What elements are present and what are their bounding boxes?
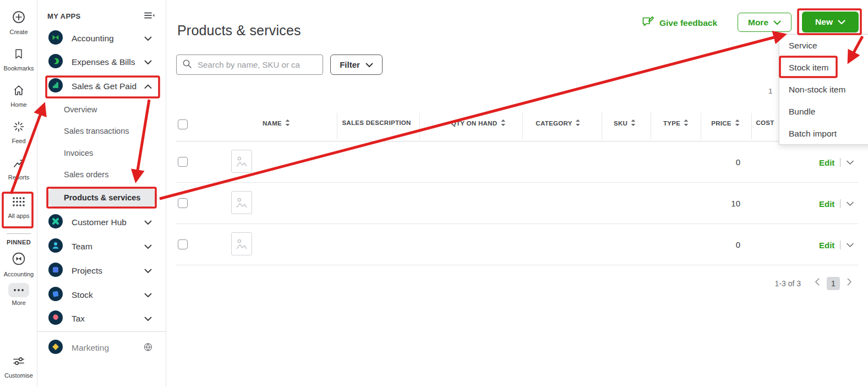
select-all-checkbox[interactable] [178, 119, 188, 129]
sidebar-item-accounting[interactable]: Accounting [37, 29, 166, 48]
pagination-next-icon[interactable] [847, 278, 852, 288]
rail-item-bookmarks[interactable]: Bookmarks [0, 47, 37, 72]
sidebar-item-team[interactable]: Team [37, 237, 166, 257]
rail-item-create[interactable]: Create [0, 10, 37, 35]
more-button[interactable]: More [738, 13, 791, 32]
column-header-category[interactable]: CATEGORY [536, 119, 580, 127]
chevron-down-icon [365, 60, 373, 69]
row-border [176, 265, 859, 265]
stock-app-icon [48, 287, 63, 303]
rail-item-customise[interactable]: Customise [0, 355, 37, 379]
sidebar-subitem-invoices[interactable]: Invoices [37, 144, 166, 162]
column-header-cost[interactable]: COST [756, 119, 774, 126]
rail-label-feed: Feed [12, 138, 25, 144]
column-header-sales-description[interactable]: SALES DESCRIPTION [342, 119, 411, 126]
row-checkbox[interactable] [178, 239, 188, 249]
rail-item-pinned-accounting[interactable]: Accounting [0, 251, 37, 277]
chevron-down-icon [144, 290, 152, 300]
new-button-label: New [815, 17, 833, 27]
sidebar-label-projects: Projects [72, 266, 102, 276]
column-label-category: CATEGORY [536, 120, 572, 127]
menu-item-stock-item[interactable]: Stock item [779, 57, 868, 79]
tax-app-icon [48, 310, 63, 327]
rail-item-reports[interactable]: Reports [0, 156, 37, 181]
pagination-page-1[interactable]: 1 [827, 277, 840, 290]
column-separator [701, 113, 701, 139]
sidebar-item-expenses-bills[interactable]: Expenses & Bills [37, 52, 166, 72]
rail-divider [7, 233, 31, 234]
customer-hub-app-icon [48, 214, 63, 231]
expenses-app-icon [48, 54, 63, 70]
column-separator [419, 113, 420, 139]
subitem-label-products-services: Products & services [64, 193, 140, 202]
filter-button[interactable]: Filter [330, 54, 383, 75]
filter-button-label: Filter [340, 60, 360, 69]
menu-item-service[interactable]: Service [779, 35, 868, 57]
rail-label-customise: Customise [4, 372, 33, 379]
edit-link[interactable]: Edit [819, 241, 834, 250]
sidebar-label-expenses-bills: Expenses & Bills [72, 57, 135, 67]
plus-circle-icon [12, 10, 26, 26]
feedback-bubble-icon [642, 16, 654, 30]
menu-item-bundle[interactable]: Bundle [779, 101, 868, 123]
rail-label-all-apps: All apps [8, 212, 29, 219]
main-content: Products & services Give feedback More N… [166, 0, 868, 387]
action-separator [840, 199, 840, 208]
accounting-app-icon [48, 30, 63, 47]
sidebar-label-stock: Stock [72, 290, 93, 300]
row-actions: Edit [819, 199, 854, 209]
sidebar-subitem-overview[interactable]: Overview [37, 101, 166, 118]
column-header-type[interactable]: TYPE [663, 119, 689, 127]
menu-item-non-stock-item[interactable]: Non-stock item [779, 79, 868, 101]
sidebar-item-customer-hub[interactable]: Customer Hub [37, 212, 166, 232]
sort-icon [285, 119, 290, 127]
sidebar-item-sales-get-paid[interactable]: Sales & Get Paid [37, 77, 166, 96]
row-chevron-down-icon[interactable] [846, 240, 854, 250]
row-chevron-down-icon[interactable] [846, 157, 854, 167]
column-header-price[interactable]: PRICE [711, 119, 740, 127]
search-input[interactable] [196, 59, 312, 70]
search-box [176, 54, 323, 75]
column-header-qty-on-hand[interactable]: QTY ON HAND [451, 119, 506, 127]
my-apps-sidebar: MY APPS Accounting Expenses & Bills Sale… [37, 0, 166, 387]
column-header-sku[interactable]: SKU [614, 119, 636, 127]
column-label-qty-on-hand: QTY ON HAND [451, 120, 498, 127]
rail-label-pinned-accounting: Accounting [4, 271, 34, 277]
sort-icon [684, 119, 689, 127]
sidebar-item-tax[interactable]: Tax [37, 309, 166, 329]
column-header-name[interactable]: NAME [263, 119, 290, 127]
sort-icon [576, 119, 581, 127]
row-actions: Edit [819, 240, 854, 250]
pagination-summary: 1-3 of 3 [746, 279, 801, 288]
row-checkbox[interactable] [178, 198, 188, 208]
rail-item-more[interactable]: More [0, 283, 37, 306]
row-checkbox[interactable] [178, 157, 188, 167]
row-chevron-down-icon[interactable] [846, 199, 854, 209]
sidebar-item-marketing[interactable]: Marketing [37, 338, 166, 358]
edit-link[interactable]: Edit [819, 199, 834, 209]
give-feedback-link[interactable]: Give feedback [642, 16, 717, 30]
sidebar-subitem-products-services-active[interactable]: Products & services [46, 188, 157, 208]
subitem-label-invoices: Invoices [64, 149, 93, 157]
sidebar-item-projects[interactable]: Projects [37, 261, 166, 281]
row-border [176, 224, 859, 224]
rail-item-feed[interactable]: Feed [0, 120, 37, 144]
sidebar-subitem-sales-orders[interactable]: Sales orders [37, 166, 166, 183]
chevron-down-icon [144, 266, 152, 276]
price-value: 0 [690, 157, 740, 167]
trend-chart-icon [12, 156, 25, 172]
sidebar-subitem-sales-transactions[interactable]: Sales transactions [37, 122, 166, 140]
price-value: 10 [690, 199, 740, 208]
pagination-prev-icon[interactable] [815, 278, 820, 288]
new-button[interactable]: New [802, 12, 859, 32]
rail-item-home[interactable]: Home [0, 84, 37, 108]
sidebar-label-marketing: Marketing [72, 343, 109, 353]
more-button-label: More [748, 18, 768, 28]
collapse-panel-icon[interactable] [143, 10, 155, 23]
sidebar-item-stock[interactable]: Stock [37, 285, 166, 305]
edit-link[interactable]: Edit [819, 158, 834, 167]
projects-app-icon [48, 263, 63, 279]
menu-item-batch-import[interactable]: Batch import [779, 123, 868, 145]
rail-item-all-apps[interactable]: All apps [0, 196, 37, 219]
sidebar-label-accounting: Accounting [72, 34, 114, 43]
